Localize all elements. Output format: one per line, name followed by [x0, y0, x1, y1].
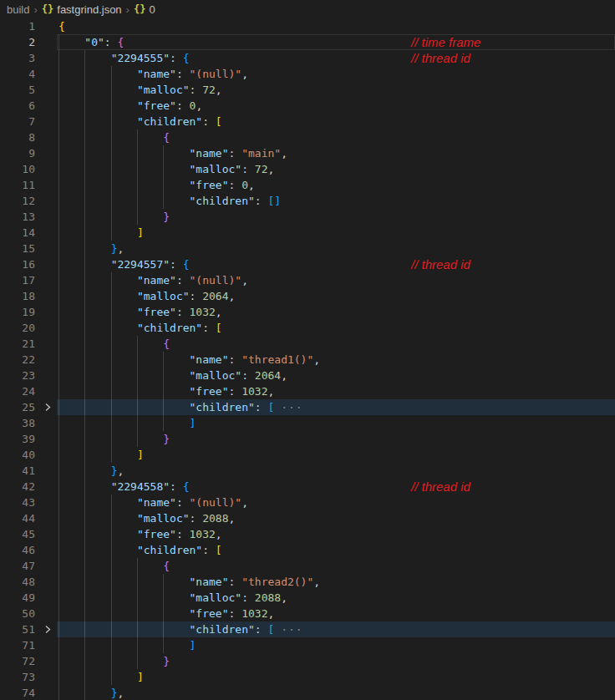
breadcrumb-item-symbol[interactable]: 0 — [149, 3, 155, 16]
code-content[interactable]: "malloc": 2088, — [57, 590, 615, 606]
line-number[interactable]: 5 — [0, 82, 38, 98]
fold-gutter — [38, 304, 57, 320]
code-content[interactable]: { — [57, 558, 615, 574]
line-number[interactable]: 10 — [0, 161, 38, 177]
code-content[interactable]: "children": [ — [57, 320, 615, 336]
code-content[interactable]: "name": "(null)", — [57, 272, 615, 288]
line-number[interactable]: 71 — [0, 637, 38, 653]
code-content[interactable]: "name": "main", — [57, 145, 615, 161]
code-content[interactable]: }, — [57, 241, 615, 256]
code-content[interactable]: ] — [57, 637, 615, 653]
fold-gutter — [38, 256, 57, 272]
code-content[interactable]: "malloc": 72, — [57, 161, 615, 177]
line-number[interactable]: 20 — [0, 320, 38, 336]
line-number[interactable]: 6 — [0, 98, 38, 114]
line-number[interactable]: 17 — [0, 272, 38, 288]
line-number[interactable]: 41 — [0, 463, 38, 479]
code-content[interactable]: "children": [ — [57, 542, 615, 558]
code-content[interactable]: "free": 0, — [57, 177, 615, 193]
line-number[interactable]: 19 — [0, 304, 38, 320]
line-number[interactable]: 51 — [0, 621, 38, 637]
line-number[interactable]: 15 — [0, 241, 38, 256]
line-number[interactable]: 40 — [0, 447, 38, 463]
indent-guide — [111, 272, 112, 288]
line-number[interactable]: 49 — [0, 590, 38, 606]
code-content[interactable]: "0": {// time frame — [57, 34, 615, 50]
code-content[interactable]: }, — [57, 685, 615, 700]
code-content[interactable]: { — [57, 129, 615, 145]
code-content[interactable]: "2294557": {// thread id — [57, 256, 615, 272]
line-number[interactable]: 14 — [0, 225, 38, 241]
line-number[interactable]: 48 — [0, 574, 38, 590]
code-content[interactable]: "malloc": 72, — [57, 82, 615, 98]
fold-gutter[interactable] — [38, 621, 57, 637]
line-number[interactable]: 13 — [0, 209, 38, 225]
code-content[interactable]: { — [57, 18, 615, 34]
line-number[interactable]: 22 — [0, 352, 38, 368]
fold-chevron-icon[interactable] — [43, 625, 52, 634]
line-number[interactable]: 1 — [0, 18, 38, 34]
line-number[interactable]: 43 — [0, 495, 38, 510]
line-number[interactable]: 50 — [0, 606, 38, 621]
fold-chevron-icon[interactable] — [43, 403, 52, 412]
code-content[interactable]: "free": 1032, — [57, 526, 615, 542]
line-number[interactable]: 11 — [0, 177, 38, 193]
line-number[interactable]: 46 — [0, 542, 38, 558]
line-number[interactable]: 12 — [0, 193, 38, 209]
code-content[interactable]: "name": "(null)", — [57, 66, 615, 82]
line-number[interactable]: 42 — [0, 479, 38, 495]
code-content[interactable]: } — [57, 209, 615, 225]
line-number[interactable]: 38 — [0, 415, 38, 431]
line-number[interactable]: 73 — [0, 669, 38, 685]
line-number[interactable]: 25 — [0, 399, 38, 415]
code-content[interactable]: } — [57, 653, 615, 669]
fold-ellipsis[interactable]: ··· — [281, 623, 302, 636]
editor[interactable]: 1{2 "0": {// time frame3 "2294555": {// … — [0, 18, 615, 700]
line-number[interactable]: 39 — [0, 431, 38, 447]
line-number[interactable]: 44 — [0, 510, 38, 526]
code-text: "children": [ — [58, 322, 222, 334]
code-content[interactable]: "free": 1032, — [57, 606, 615, 621]
code-content[interactable]: "malloc": 2064, — [57, 368, 615, 383]
code-content[interactable]: ] — [57, 225, 615, 241]
fold-gutter[interactable] — [38, 399, 57, 415]
line-number[interactable]: 8 — [0, 129, 38, 145]
code-content[interactable]: ] — [57, 447, 615, 463]
line-number[interactable]: 47 — [0, 558, 38, 574]
line-number[interactable]: 21 — [0, 336, 38, 352]
line-number[interactable]: 18 — [0, 288, 38, 304]
code-content[interactable]: "malloc": 2064, — [57, 288, 615, 304]
line-number[interactable]: 16 — [0, 256, 38, 272]
line-number[interactable]: 72 — [0, 653, 38, 669]
code-content[interactable]: "2294555": {// thread id — [57, 50, 615, 66]
code-content[interactable]: { — [57, 336, 615, 352]
code-content[interactable]: "free": 1032, — [57, 383, 615, 399]
line-number[interactable]: 24 — [0, 383, 38, 399]
code-content[interactable]: "children": [] — [57, 193, 615, 209]
line-number[interactable]: 4 — [0, 66, 38, 82]
code-content[interactable]: "malloc": 2088, — [57, 510, 615, 526]
line-number[interactable]: 3 — [0, 50, 38, 66]
code-content[interactable]: "2294558": {// thread id — [57, 479, 615, 495]
line-number[interactable]: 7 — [0, 114, 38, 129]
breadcrumb-item-folder[interactable]: build — [7, 3, 29, 16]
code-content[interactable]: "name": "(null)", — [57, 495, 615, 510]
line-number[interactable]: 74 — [0, 685, 38, 700]
code-content[interactable]: }, — [57, 463, 615, 479]
folded-code-content[interactable]: "children": [ ··· — [57, 621, 615, 637]
code-content[interactable]: "name": "thread1()", — [57, 352, 615, 368]
code-content[interactable]: ] — [57, 669, 615, 685]
code-content[interactable]: } — [57, 431, 615, 447]
code-content[interactable]: "name": "thread2()", — [57, 574, 615, 590]
fold-ellipsis[interactable]: ··· — [281, 401, 302, 413]
line-number[interactable]: 2 — [0, 34, 38, 50]
line-number[interactable]: 45 — [0, 526, 38, 542]
breadcrumb-item-file[interactable]: fastgrind.json — [57, 3, 121, 16]
code-content[interactable]: "free": 0, — [57, 98, 615, 114]
line-number[interactable]: 9 — [0, 145, 38, 161]
folded-code-content[interactable]: "children": [ ··· — [57, 399, 615, 415]
code-content[interactable]: "free": 1032, — [57, 304, 615, 320]
code-content[interactable]: "children": [ — [57, 114, 615, 129]
line-number[interactable]: 23 — [0, 368, 38, 383]
code-content[interactable]: ] — [57, 415, 615, 431]
